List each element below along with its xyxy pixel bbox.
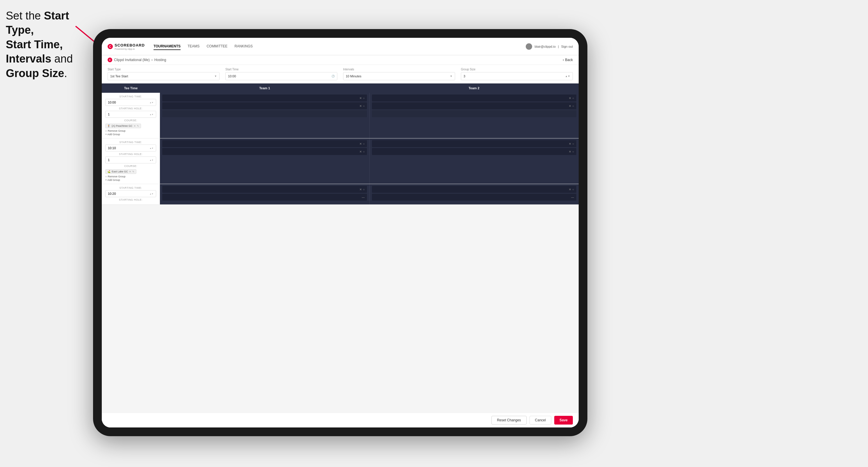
starting-time-val-2: 10:10 (108, 146, 116, 150)
course-edit-icon-2[interactable]: ✎ (132, 170, 134, 173)
group-size-select[interactable]: 3 ▲▼ (461, 72, 573, 80)
player-x-icon[interactable]: ✕ (360, 150, 362, 153)
user-email: blair@clippd.io (534, 45, 555, 48)
player-edit-icon[interactable]: ○ (363, 188, 365, 191)
starting-hole-label-2: STARTING HOLE: (105, 153, 156, 156)
player-row: ✕ ○ (372, 140, 576, 147)
starting-hole-input-2[interactable]: 1 ▲▼ (105, 156, 156, 163)
player-x-icon[interactable]: ✕ (360, 142, 362, 146)
group-2-left: STARTING TIME: 10:10 ▲▼ STARTING HOLE: 1… (102, 138, 160, 184)
breadcrumb-bar: C Clippd Invitational (Me) › Hosting ‹ B… (102, 55, 579, 65)
player-x-icon[interactable]: — (571, 196, 574, 199)
hole-arrows-2: ▲▼ (150, 159, 154, 161)
bottom-bar: Reset Changes Cancel Save (102, 413, 579, 428)
nav-right: blair@clippd.io | Sign out (526, 43, 573, 50)
player-x-icon[interactable]: ✕ (360, 188, 362, 191)
time-arrows-3: ▲▼ (150, 193, 154, 195)
player-row: ✕ ○ (372, 94, 576, 101)
intervals-value: 10 Minutes (346, 74, 362, 78)
breadcrumb: C Clippd Invitational (Me) › Hosting (107, 58, 166, 62)
group-size-chevron-icon: ▲▼ (565, 75, 570, 77)
logo-sub: Powered by clipp.io (115, 48, 145, 50)
player-edit-icon[interactable]: ○ (363, 97, 365, 100)
table-row: STARTING TIME: 10:10 ▲▼ STARTING HOLE: 1… (102, 138, 579, 184)
col-tee-time: Tee Time (102, 84, 160, 93)
starting-hole-input-1[interactable]: 1 ▲▼ (105, 111, 156, 118)
remove-icon-1: ○ (105, 129, 107, 132)
starting-time-input-3[interactable]: 10:20 ▲▼ (105, 190, 156, 197)
course-remove-icon-2[interactable]: ✕ (129, 170, 131, 173)
group-size-label: Group Size (461, 68, 573, 71)
player-edit-icon[interactable]: ○ (363, 150, 365, 153)
starting-hole-val-2: 1 (108, 158, 110, 162)
col-team2: Team 2 (369, 84, 579, 93)
course-tag-1: 🏌 (A) Peachtree GC ✕ ✎ (105, 124, 141, 128)
group-2-team2: ✕ ○ ✕ ○ (369, 138, 579, 184)
nav-link-rankings[interactable]: RANKINGS (235, 43, 253, 50)
player-x-icon[interactable]: ✕ (569, 150, 571, 153)
player-x-icon[interactable]: ✕ (360, 97, 362, 100)
starting-time-input-1[interactable]: 10:00 ▲▼ (105, 99, 156, 106)
sign-out-link[interactable]: Sign out (561, 45, 573, 48)
start-time-label: Start Time (225, 68, 337, 71)
player-edit-icon[interactable]: ○ (363, 104, 365, 107)
starting-time-val-1: 10:00 (108, 101, 116, 104)
starting-hole-label-1: STARTING HOLE: (105, 107, 156, 110)
course-remove-icon-1[interactable]: ✕ (134, 125, 136, 127)
course-name-2: East Lake GC (112, 170, 128, 173)
player-edit-icon[interactable]: ○ (572, 142, 574, 146)
save-button[interactable]: Save (554, 416, 573, 425)
player-x-icon[interactable]: — (362, 196, 365, 199)
table-body: STARTING TIME: 10:00 ▲▼ STARTING HOLE: 1… (102, 93, 579, 413)
group-3-team2: ✕ ○ — (369, 184, 579, 205)
start-type-value: 1st Tee Start (110, 74, 128, 78)
group-1-actions: ○ Remove Group + Add Group (105, 129, 156, 136)
player-x-icon[interactable]: ✕ (569, 104, 571, 107)
start-type-select[interactable]: 1st Tee Start ▼ (107, 72, 220, 80)
nav-link-committee[interactable]: COMMITTEE (207, 43, 227, 50)
cancel-button[interactable]: Cancel (529, 416, 551, 425)
course-edit-icon-1[interactable]: ✎ (137, 125, 139, 127)
nav-link-tournaments[interactable]: TOURNAMENTS (154, 43, 181, 50)
back-button[interactable]: ‹ Back (563, 58, 573, 62)
chevron-down-icon: ▼ (214, 75, 217, 77)
player-actions: ✕ ○ (569, 97, 574, 100)
player-actions: ✕ ○ (569, 104, 574, 107)
add-group-btn-2[interactable]: + Add Group (105, 179, 156, 182)
reset-changes-button[interactable]: Reset Changes (491, 416, 527, 425)
tablet-frame: C SCOREBOARD Powered by clipp.io TOURNAM… (93, 29, 587, 436)
remove-icon-2: ○ (105, 175, 107, 178)
player-empty-slot (372, 110, 576, 117)
player-row: ✕ ○ (162, 148, 367, 155)
player-row: ✕ ○ (162, 186, 367, 193)
breadcrumb-tournament[interactable]: Clippd Invitational (Me) (114, 58, 150, 62)
player-x-icon[interactable]: ✕ (569, 188, 571, 191)
remove-group-btn-1[interactable]: ○ Remove Group (105, 129, 156, 132)
time-arrows-2: ▲▼ (150, 147, 154, 149)
player-x-icon[interactable]: ✕ (360, 104, 362, 107)
group-1-team1: ✕ ○ ✕ ○ (160, 93, 369, 138)
group-1-team2: ✕ ○ ✕ ○ (369, 93, 579, 138)
intervals-select[interactable]: 10 Minutes ▼ (343, 72, 455, 80)
breadcrumb-section: Hosting (154, 58, 166, 62)
start-time-select[interactable]: 10:00 🕐 (225, 72, 337, 80)
player-edit-icon[interactable]: ○ (363, 142, 365, 146)
player-edit-icon[interactable]: ○ (572, 104, 574, 107)
breadcrumb-separator: › (152, 58, 153, 62)
player-x-icon[interactable]: ✕ (569, 97, 571, 100)
player-row: — (162, 194, 367, 200)
starting-time-input-2[interactable]: 10:10 ▲▼ (105, 145, 156, 152)
player-row: ✕ ○ (162, 102, 367, 109)
col-team1: Team 1 (160, 84, 369, 93)
table-row: STARTING TIME: 10:00 ▲▼ STARTING HOLE: 1… (102, 93, 579, 138)
player-x-icon[interactable]: ✕ (569, 142, 571, 146)
time-arrows-1: ▲▼ (150, 101, 154, 103)
player-edit-icon[interactable]: ○ (572, 97, 574, 100)
remove-group-btn-2[interactable]: ○ Remove Group (105, 175, 156, 178)
nav-link-teams[interactable]: TEAMS (188, 43, 199, 50)
group-1-left: STARTING TIME: 10:00 ▲▼ STARTING HOLE: 1… (102, 93, 160, 138)
player-edit-icon[interactable]: ○ (572, 188, 574, 191)
user-avatar (526, 43, 532, 50)
player-edit-icon[interactable]: ○ (572, 150, 574, 153)
add-group-btn-1[interactable]: + Add Group (105, 133, 156, 136)
